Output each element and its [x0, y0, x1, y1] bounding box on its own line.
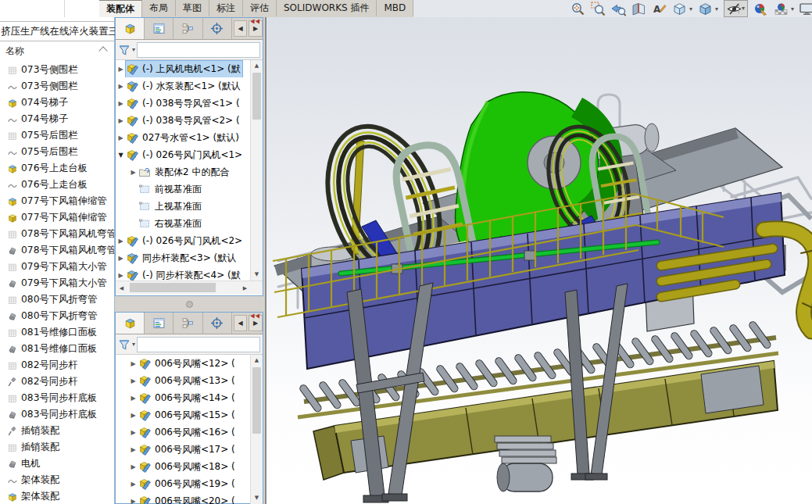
collapse-panel-icon[interactable]	[250, 19, 260, 24]
list-item[interactable]: 080号下风折弯管	[0, 308, 114, 324]
assembly-3d-model[interactable]	[266, 17, 812, 504]
list-item[interactable]: 电机	[0, 456, 114, 472]
tree-item[interactable]: ▶(-) 026号风门风机<2>	[116, 232, 263, 249]
zoom-to-area-icon[interactable]	[591, 2, 606, 16]
list-item[interactable]: 073号侧围栏	[0, 78, 114, 95]
filter-input[interactable]	[137, 337, 260, 352]
list-item[interactable]: 075号后围栏	[0, 144, 114, 160]
list-item[interactable]: 081号维修口面板	[0, 341, 114, 357]
tree-item[interactable]: ▶(-) 038号导风管<1> (	[116, 95, 263, 112]
tree-item[interactable]: ▶(-) 038号导风管<2> (	[116, 112, 263, 129]
list-item[interactable]: 076号上走台板	[0, 160, 114, 177]
filter-funnel-icon[interactable]	[118, 338, 131, 351]
zoom-to-fit-icon[interactable]	[571, 2, 585, 16]
collapse-panel-icon[interactable]	[250, 313, 260, 319]
tab-evaluate[interactable]: 评估	[243, 0, 277, 16]
featuremanager-tab[interactable]	[116, 18, 145, 39]
tab-assembly[interactable]: 装配体	[99, 0, 142, 17]
list-item[interactable]: 081号维修口面板	[0, 324, 114, 341]
tree-item[interactable]: ▶(-) 水泵装配<1> (默认	[116, 77, 263, 95]
filter-dropdown[interactable]: ▾	[132, 341, 135, 348]
sketch-icon	[7, 114, 18, 125]
tab-sketch[interactable]: 草图	[176, 0, 209, 16]
vertical-scrollbar[interactable]: ▲ ▼	[250, 355, 263, 504]
tree-item[interactable]: ▶(-) 同步杆装配<4> (默	[116, 266, 263, 281]
list-item[interactable]: 073号侧围栏	[0, 62, 114, 78]
tab-mbd[interactable]: MBD	[377, 0, 413, 16]
tab-scroll-left[interactable]: ◀	[234, 315, 248, 331]
drive-motor[interactable]	[495, 436, 556, 491]
panel-splitter[interactable]	[115, 296, 263, 312]
list-item[interactable]: 083号同步杆底板	[0, 390, 114, 406]
hide-show-items-dropdown[interactable]: ▾	[739, 3, 745, 14]
tab-markup[interactable]: 标注	[209, 0, 243, 16]
tree-item[interactable]: ▶006号风嘴<12> (	[116, 355, 263, 372]
tab-layout[interactable]: 布局	[142, 0, 176, 16]
propertymanager-tab[interactable]	[145, 313, 173, 334]
list-item[interactable]: 080号下风折弯管	[0, 291, 114, 308]
list-item[interactable]: 074号梯子	[0, 111, 114, 127]
filter-dropdown[interactable]: ▾	[132, 46, 135, 53]
list-item[interactable]: 075号后围栏	[0, 127, 114, 144]
configurationmanager-tab[interactable]	[173, 313, 202, 334]
list-item[interactable]: 079号下风箱大小管	[0, 275, 114, 291]
tree-item[interactable]: 前视基准面	[116, 181, 263, 198]
tree-item[interactable]: ▶装配体2 中的配合	[116, 163, 263, 181]
filter-funnel-icon[interactable]	[118, 44, 131, 56]
list-item[interactable]: 078号下风箱风机弯管	[0, 226, 114, 242]
graphics-viewport[interactable]	[266, 17, 812, 504]
view-settings-icon[interactable]	[799, 2, 812, 16]
list-item[interactable]: 架体装配	[0, 488, 114, 504]
tree-item[interactable]: ▶006号风嘴<20> (	[116, 492, 263, 504]
list-item[interactable]: 074号梯子	[0, 95, 114, 111]
view-orientation-icon[interactable]	[672, 2, 687, 16]
collapse-chevron-icon[interactable]	[98, 46, 107, 55]
assembly-title[interactable]: 挤压生产线在线淬火装置三	[0, 21, 115, 41]
tree-item[interactable]: ▶同步杆装配<3> (默认	[116, 249, 263, 266]
display-style-dropdown[interactable]: ▾	[715, 5, 718, 13]
list-item[interactable]: 078号下风箱风机弯管	[0, 242, 114, 259]
tree-item[interactable]: ▼(-) 026号风门风机<1>	[116, 146, 263, 163]
horizontal-scrollbar[interactable]: ◀ ▶	[116, 281, 263, 295]
propertymanager-tab[interactable]	[145, 18, 173, 39]
previous-view-icon[interactable]	[611, 2, 626, 16]
tree-item[interactable]: ▶006号风嘴<19> (	[116, 475, 263, 492]
tree-item[interactable]: 上视基准面	[116, 198, 263, 215]
tree-item[interactable]: ▶006号风嘴<16> (	[116, 424, 263, 441]
list-item[interactable]: 079号下风箱大小管	[0, 259, 114, 275]
tree-item[interactable]: ▶006号风嘴<18> (	[116, 458, 263, 475]
list-item[interactable]: 077号下风箱伸缩管	[0, 209, 114, 226]
featuremanager-tab[interactable]	[116, 313, 145, 334]
dimxpertmanager-tab[interactable]	[203, 313, 232, 334]
tree-item[interactable]: ▶027号水管<1> (默认)	[116, 129, 263, 146]
name-column-header[interactable]: 名称	[0, 42, 114, 59]
list-item[interactable]: 082号同步杆	[0, 374, 114, 390]
dimxpertmanager-tab[interactable]	[203, 18, 232, 39]
tree-item[interactable]: ▶(-) 上风机电机<1> (默	[116, 60, 263, 77]
tree-item[interactable]: 右视基准面	[116, 215, 263, 232]
list-item[interactable]: 083号同步杆底板	[0, 406, 114, 423]
edit-appearance-icon[interactable]	[753, 2, 768, 16]
tab-scroll-left[interactable]: ◀	[234, 20, 248, 37]
apply-scene-icon[interactable]	[774, 2, 789, 16]
hide-show-items-button[interactable]: ▾	[724, 0, 748, 17]
list-item[interactable]: 076号上走台板	[0, 177, 114, 193]
filter-input[interactable]	[137, 42, 260, 58]
tree-item[interactable]: ▶006号风嘴<13> (	[116, 372, 263, 389]
list-item[interactable]: 插销装配	[0, 439, 114, 456]
vertical-scrollbar[interactable]: ▲ ▼	[250, 60, 263, 281]
section-view-icon[interactable]	[631, 2, 646, 16]
display-style-icon[interactable]	[698, 2, 713, 16]
apply-scene-dropdown[interactable]: ▾	[791, 5, 794, 13]
tree-item[interactable]: ▶006号风嘴<15> (	[116, 406, 263, 424]
list-item[interactable]: 077号下风箱伸缩管	[0, 193, 114, 209]
tree-item[interactable]: ▶006号风嘴<17> (	[116, 441, 263, 458]
tab-solidworks-addins[interactable]: SOLIDWORKS 插件	[277, 0, 377, 16]
list-item[interactable]: 插销装配	[0, 423, 114, 439]
view-orientation-dropdown[interactable]: ▾	[689, 5, 692, 13]
tree-item[interactable]: ▶006号风嘴<14> (	[116, 389, 263, 406]
list-item[interactable]: 082号同步杆	[0, 357, 114, 374]
configurationmanager-tab[interactable]	[173, 18, 202, 39]
hide-show-annotations-icon[interactable]	[652, 2, 667, 16]
list-item[interactable]: 架体装配	[0, 472, 114, 488]
